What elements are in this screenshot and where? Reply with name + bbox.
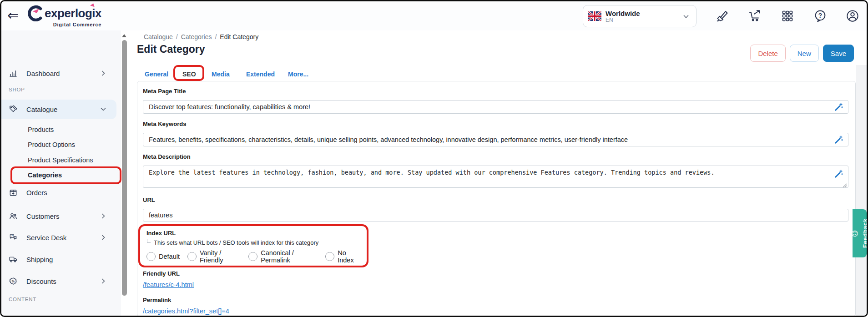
sidebar-item-label: Catalogue bbox=[26, 106, 57, 113]
meta-keywords-label: Meta Keywords bbox=[143, 121, 848, 127]
help-icon[interactable]: ? bbox=[812, 8, 828, 24]
radio-circle-icon[interactable] bbox=[248, 252, 257, 261]
sidebar-subitem-label: Categories bbox=[28, 171, 62, 179]
brand-logo: experlogix Digital Commerce bbox=[27, 5, 101, 27]
save-button[interactable]: Save bbox=[823, 45, 854, 62]
sidebar-item-discounts[interactable]: % Discounts bbox=[1, 274, 121, 288]
meta-description-textarea[interactable]: Explore the latest features in technolog… bbox=[143, 166, 848, 188]
friendly-url-link[interactable]: /features/c-4.html bbox=[143, 281, 194, 288]
svg-text:?: ? bbox=[818, 12, 822, 19]
radio-label: No Index bbox=[338, 249, 360, 264]
chevron-right-icon bbox=[100, 212, 107, 220]
scrollbar-thumb[interactable] bbox=[122, 40, 127, 296]
radio-circle-icon[interactable] bbox=[187, 252, 197, 261]
locale-selector[interactable]: Worldwide EN bbox=[583, 5, 696, 27]
radio-circle-icon[interactable] bbox=[325, 252, 334, 261]
sidebar-item-orders[interactable]: Orders bbox=[1, 186, 121, 199]
url-label: URL bbox=[143, 196, 848, 203]
page-actions: Delete New Save bbox=[750, 45, 854, 62]
locale-language: EN bbox=[606, 17, 640, 23]
page-title: Edit Category bbox=[137, 43, 205, 55]
feedback-label: Feedback bbox=[862, 219, 868, 248]
account-icon[interactable] bbox=[845, 8, 860, 24]
meta-page-title-label: Meta Page Title bbox=[143, 88, 848, 95]
locale-region: Worldwide bbox=[606, 10, 640, 17]
sidebar-item-product-options[interactable]: Product Options bbox=[28, 138, 110, 151]
radio-label: Default bbox=[159, 253, 180, 260]
scrollbar-up-arrow[interactable] bbox=[122, 34, 126, 37]
radio-vanity-friendly[interactable]: Vanity / Friendly bbox=[187, 249, 241, 264]
sidebar-section-shop: SHOP bbox=[9, 87, 25, 92]
app-window: ⇐ experlogix Digital Commerce bbox=[0, 0, 868, 317]
breadcrumb-separator: / bbox=[215, 33, 217, 40]
meta-description-field: Explore the latest features in technolog… bbox=[143, 166, 848, 190]
permalink-link[interactable]: /categories.html?filter_set[]=4 bbox=[143, 307, 229, 315]
chevron-down-icon bbox=[100, 106, 107, 113]
meta-page-title-input[interactable] bbox=[143, 100, 848, 114]
logo-wordmark: experlogix bbox=[45, 6, 101, 20]
sidebar-section-content: CONTENT bbox=[9, 297, 36, 302]
textarea-resize-handle[interactable] bbox=[843, 183, 847, 188]
sidebar-item-products[interactable]: Products bbox=[28, 123, 110, 136]
customers-icon bbox=[9, 211, 18, 221]
tab-general[interactable]: General bbox=[145, 70, 168, 78]
apps-grid-icon[interactable] bbox=[780, 8, 795, 24]
radio-no-index[interactable]: No Index bbox=[325, 249, 360, 264]
sidebar-subitem-label: Products bbox=[28, 126, 54, 133]
top-header: ⇐ experlogix Digital Commerce bbox=[1, 1, 867, 30]
theme-brush-icon[interactable] bbox=[715, 8, 730, 24]
new-button[interactable]: New bbox=[790, 45, 819, 62]
cart-icon[interactable] bbox=[747, 8, 763, 24]
index-url-options: Default Vanity / Friendly Canonical / Pe… bbox=[146, 252, 360, 262]
sidebar-item-label: Service Desk bbox=[26, 234, 66, 242]
tab-more[interactable]: More... bbox=[288, 70, 308, 78]
feedback-button[interactable]: ☺ Feedback bbox=[853, 209, 867, 257]
tab-extended[interactable]: Extended bbox=[246, 70, 275, 78]
dashboard-icon bbox=[9, 69, 18, 78]
delete-button[interactable]: Delete bbox=[750, 45, 785, 62]
service-desk-icon: ? ! bbox=[9, 233, 18, 242]
content-right-gutter bbox=[856, 65, 868, 317]
meta-keywords-input[interactable] bbox=[143, 133, 848, 146]
magic-wand-icon[interactable] bbox=[835, 170, 843, 178]
radio-label: Canonical / Permalink bbox=[261, 249, 318, 264]
magic-wand-icon[interactable] bbox=[835, 136, 843, 144]
breadcrumb-current: Edit Category bbox=[220, 33, 258, 40]
radio-default[interactable]: Default bbox=[146, 252, 180, 261]
sidebar-item-label: Pages bbox=[26, 315, 46, 317]
breadcrumb-separator: / bbox=[176, 33, 178, 40]
sidebar-item-categories[interactable]: Categories bbox=[28, 168, 110, 182]
breadcrumb-catalogue[interactable]: Catalogue bbox=[144, 33, 173, 40]
sidebar-collapse-icon[interactable]: ⇐ bbox=[7, 8, 19, 23]
sidebar-item-label: Dashboard bbox=[26, 70, 60, 77]
sidebar-item-pages[interactable]: Pages bbox=[1, 312, 121, 317]
seo-form-card: Meta Page Title Meta Keywords bbox=[137, 81, 856, 317]
pages-icon bbox=[9, 314, 18, 317]
sidebar-item-service-desk[interactable]: ? ! Service Desk bbox=[1, 231, 121, 244]
truck-icon bbox=[9, 255, 18, 264]
tab-seo[interactable]: SEO bbox=[182, 70, 196, 78]
friendly-url-label: Friendly URL bbox=[143, 270, 848, 277]
sidebar-item-product-specifications[interactable]: Product Specifications bbox=[28, 153, 110, 167]
annotation-box-index-url: Index URL This sets what URL bots / SEO … bbox=[138, 224, 368, 267]
tab-media[interactable]: Media bbox=[212, 70, 230, 78]
url-field bbox=[143, 209, 848, 221]
chevron-down-icon bbox=[682, 13, 690, 20]
content-scrollbar[interactable] bbox=[121, 30, 128, 317]
sidebar-item-customers[interactable]: Customers bbox=[1, 209, 121, 223]
meta-description-label: Meta Description bbox=[143, 153, 848, 160]
chevron-right-icon bbox=[100, 315, 107, 317]
breadcrumb: Catalogue/Categories/Edit Category bbox=[144, 33, 258, 40]
breadcrumb-categories[interactable]: Categories bbox=[181, 33, 212, 40]
radio-canonical-permalink[interactable]: Canonical / Permalink bbox=[248, 249, 318, 264]
url-input[interactable] bbox=[143, 209, 848, 221]
sidebar-item-dashboard[interactable]: Dashboard bbox=[1, 66, 121, 80]
tags-icon bbox=[9, 105, 18, 114]
elbow-icon bbox=[147, 239, 151, 243]
radio-circle-icon[interactable] bbox=[146, 252, 156, 261]
magic-wand-icon[interactable] bbox=[835, 103, 843, 111]
sidebar-nav: Dashboard SHOP Catalogue Products Produc… bbox=[1, 30, 121, 317]
sidebar-item-shipping[interactable]: Shipping bbox=[1, 252, 121, 266]
header-icon-bar: ? bbox=[715, 8, 860, 24]
sidebar-item-catalogue[interactable]: Catalogue bbox=[1, 102, 121, 116]
